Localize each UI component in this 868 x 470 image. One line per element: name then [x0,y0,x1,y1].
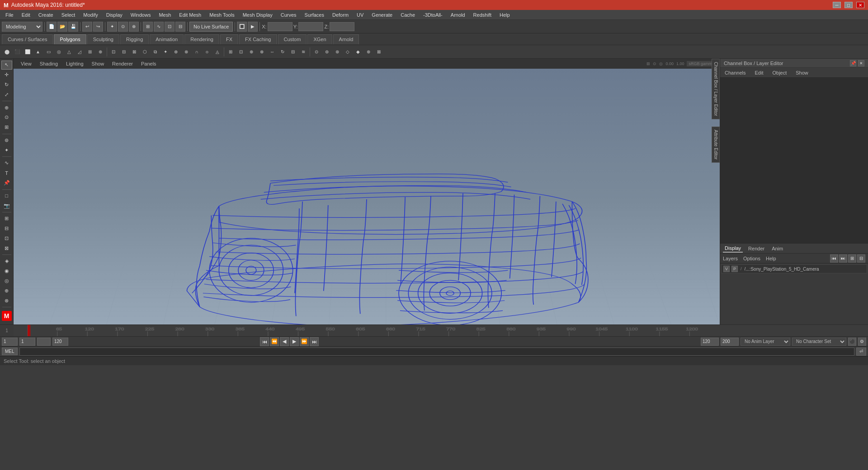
stb-separate-button[interactable]: ⊕ [171,47,181,57]
display-sel-button[interactable]: ◉ [1,267,12,276]
stb-connect-button[interactable]: ⊕ [246,47,256,57]
cb-tab-channels[interactable]: Channels [723,69,747,76]
stb-extrude-button[interactable]: ⊡ [108,47,118,57]
menu-mesh[interactable]: Mesh [155,11,175,19]
layer-row-0[interactable]: V P / /...:Sony_PlayStation_5_HD_Camera [721,264,867,273]
menu-display[interactable]: Display [103,11,126,19]
no-live-surface-button[interactable]: No Live Surface [189,22,233,32]
play-forward-button[interactable]: ▶ [290,337,299,346]
layer-vis-v[interactable]: V [723,266,730,272]
stb-chamfer-button[interactable]: ◇ [343,47,353,57]
redo-button[interactable]: ↪ [93,22,103,32]
snap-to-point-button[interactable]: ⊡ [165,22,175,32]
tab-curves-surfaces[interactable]: Curves / Surfaces [2,34,53,44]
move-tool-button[interactable]: ✛ [1,70,12,80]
paint-select-button[interactable]: ⊕ [129,22,139,32]
stb-flip-button[interactable]: ↔ [267,47,277,57]
stb-detach-button[interactable]: ⊛ [332,47,342,57]
frame-current-input[interactable] [19,338,35,346]
select-mode-button[interactable]: ✦ [107,22,117,32]
tab-xgen[interactable]: XGen [307,34,332,44]
menu-uv[interactable]: UV [353,11,367,19]
lasso-select-button[interactable]: ⊙ [118,22,128,32]
menu-select[interactable]: Select [58,11,79,19]
tab-fx[interactable]: FX [220,34,238,44]
save-file-button[interactable]: 💾 [68,22,78,32]
layer-tool-3[interactable]: ⊞ [848,254,856,263]
menu-file[interactable]: File [2,11,17,19]
layer-tab-render[interactable]: Render [746,245,766,252]
viewport[interactable]: View Shading Lighting Show Renderer Pane… [14,59,720,324]
mel-input[interactable] [19,348,854,356]
z-coord-input[interactable] [330,22,354,31]
menu-mesh-tools[interactable]: Mesh Tools [206,11,238,19]
stb-combine-button[interactable]: ⊗ [181,47,191,57]
layer-subtab-layers[interactable]: Layers [723,256,738,261]
annotation-button[interactable]: 📌 [1,179,12,188]
viewport-menu-panels[interactable]: Panels [137,60,160,67]
tab-sculpting[interactable]: Sculpting [87,34,119,44]
menu-generate[interactable]: Generate [368,11,396,19]
paint-sel-button[interactable]: ✦ [1,146,12,155]
menu-edit[interactable]: Edit [18,11,34,19]
y-coord-input[interactable] [298,22,323,31]
menu-3dtoall[interactable]: -3DtoAll- [420,11,446,19]
tab-rigging[interactable]: Rigging [120,34,149,44]
anim-start-input[interactable] [701,338,719,346]
scale-tool-button[interactable]: ⤢ [1,90,12,99]
stb-smooth-button[interactable]: ⌾ [202,47,212,57]
stb-weld-button[interactable]: ⊙ [311,47,321,57]
universal-manip-button[interactable]: ⊕ [1,103,12,112]
viewport-menu-view[interactable]: View [17,60,35,67]
stb-cylinder-button[interactable]: ⬜ [23,47,33,57]
stb-triangulate-button[interactable]: ◬ [212,47,222,57]
stb-bridge-button[interactable]: ⊟ [119,47,129,57]
frame-keyframe-input[interactable] [37,338,51,346]
menu-curves[interactable]: Curves [277,11,300,19]
stb-sym-button[interactable]: ⊟ [288,47,298,57]
menu-create[interactable]: Create [35,11,57,19]
menu-windows[interactable]: Windows [127,11,155,19]
snap-view-btn[interactable]: ⊠ [1,244,12,253]
layer-tool-2[interactable]: ⏭ [839,254,847,263]
render-current-button[interactable]: 🔳 [237,22,247,32]
viewport-menu-show[interactable]: Show [88,60,108,67]
snap-curve-left-button[interactable]: ⊟ [1,224,12,233]
stb-plane-button[interactable]: ▭ [43,47,53,57]
tab-polygons[interactable]: Polygons [54,34,86,44]
viewport-canvas[interactable]: x y z persp [14,69,720,324]
frame-start-input[interactable] [2,338,18,346]
play-back-button[interactable]: ◀ [280,337,289,346]
step-back-button[interactable]: ⏪ [270,337,279,346]
attribute-editor-tab[interactable]: Attribute Editor [712,127,720,163]
select-tool-button[interactable]: ↖ [1,61,12,70]
layer-tool-1[interactable]: ⏮ [830,254,838,263]
layer-subtab-options[interactable]: Options [743,256,760,261]
viewport-menu-renderer[interactable]: Renderer [108,60,137,67]
stb-duplicate-button[interactable]: ⧉ [150,47,160,57]
stb-append-button[interactable]: ⊠ [129,47,139,57]
open-file-button[interactable]: 📂 [57,22,67,32]
mel-tab[interactable]: MEL [2,348,18,355]
cb-tab-object[interactable]: Object [770,69,788,76]
attribute-editor-side-tab[interactable]: Channel Box / Layer Editor [712,59,720,119]
tab-animation[interactable]: Animation [150,34,184,44]
stb-target-weld-button[interactable]: ⊚ [322,47,332,57]
snap-grid-button[interactable]: ⊞ [1,214,12,223]
stb-poke-button[interactable]: ⊕ [363,47,373,57]
camera-tool-button[interactable]: 📷 [1,201,12,210]
viewport-menu-shading[interactable]: Shading [36,60,61,67]
snap-to-view-button[interactable]: ⊟ [175,22,185,32]
go-to-end-button[interactable]: ⏭ [310,337,319,346]
display-all-button[interactable]: ◈ [1,257,12,266]
frame-end-input[interactable] [52,338,68,346]
channel-box-pin-button[interactable]: 📌 [850,60,856,66]
snap-point-button[interactable]: ⊡ [1,234,12,243]
stb-cone-button[interactable]: ▲ [33,47,43,57]
step-forward-button[interactable]: ⏩ [300,337,309,346]
layer-tab-display[interactable]: Display [723,244,743,253]
anim-layer-dropdown[interactable]: No Anim Layer [741,338,790,346]
display-hi-button[interactable]: ◎ [1,277,12,286]
text-tool-button[interactable]: T [1,169,12,178]
curve-tool-button[interactable]: ∿ [1,159,12,168]
